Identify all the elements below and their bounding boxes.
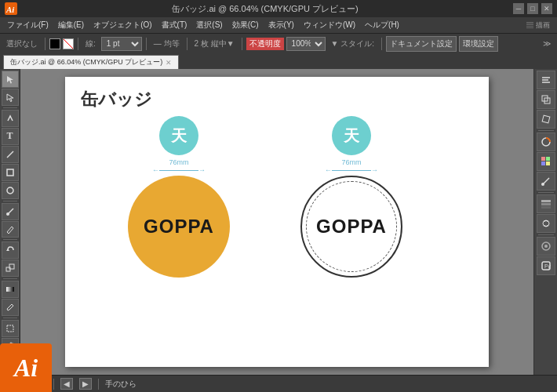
pathfinder-btn[interactable]	[537, 90, 555, 109]
menu-file[interactable]: ファイル(F)	[3, 18, 53, 32]
menu-select[interactable]: 選択(S)	[192, 18, 226, 32]
line-tool[interactable]	[2, 146, 19, 163]
graphic-styles-btn[interactable]: Fy	[537, 256, 555, 275]
app-logo: Ai	[5, 2, 17, 15]
pencil-tool[interactable]	[2, 221, 19, 238]
main-layout: T	[0, 69, 557, 375]
dash-style[interactable]: — 均等	[151, 37, 183, 51]
right-panel: Fy	[533, 69, 557, 375]
tab-main[interactable]: 缶バッジ.ai @ 66.04% (CMYK/GPU プレビュー) ✕	[3, 55, 179, 69]
tool-sep-2	[3, 201, 17, 201]
ai-splash-logo: Ai	[0, 343, 52, 392]
transparency-warning: 不透明度	[246, 38, 284, 50]
canvas: 缶バッジ 天 76mm ← → GOPPA	[65, 77, 489, 367]
title-bar: Ai 缶バッジ.ai @ 66.04% (CMYK/GPU プレビュー) ─ □…	[0, 0, 557, 17]
status-zoom: ◀ ▶	[60, 378, 92, 390]
left-toolbar: T	[0, 69, 20, 375]
svg-point-28	[543, 220, 549, 227]
badge2-measure: 76mm ← →	[325, 158, 378, 174]
zoom-nav-btn[interactable]: ◀	[60, 378, 73, 390]
selection-none-label: 選択なし	[3, 37, 41, 51]
paintbrush-tool[interactable]	[2, 203, 19, 220]
menu-effect[interactable]: 効果(C)	[228, 18, 263, 32]
gradient-tool[interactable]	[2, 281, 19, 298]
stroke-weight-select[interactable]: 1 pt 0.5 pt 2 pt	[101, 37, 142, 51]
scale-tool[interactable]	[2, 260, 19, 277]
status-sep-2	[98, 379, 99, 390]
window-controls: ─ □ ✕	[513, 3, 552, 14]
workspace-switcher[interactable]: ▤ 描画	[522, 19, 554, 32]
svg-point-5	[6, 212, 9, 216]
badge1-measure: 76mm ← →	[152, 158, 206, 174]
type-tool[interactable]: T	[2, 128, 19, 145]
badge1-top-circle: 天	[159, 116, 198, 155]
align-panel-btn[interactable]	[537, 71, 555, 89]
pen-tool[interactable]	[2, 110, 19, 127]
svg-marker-6	[6, 249, 9, 251]
stroke-swatch[interactable]	[63, 38, 74, 49]
menu-help[interactable]: ヘルプ(H)	[361, 18, 403, 32]
status-bar: Ai ◀ ▶ 手のひら	[0, 375, 557, 392]
badge2-main-circle: GOPPA	[300, 176, 402, 278]
badge2-measure-value: 76mm	[341, 158, 361, 166]
right-sep-1	[538, 130, 554, 131]
tab-bar: 缶バッジ.ai @ 66.04% (CMYK/GPU プレビュー) ✕	[0, 53, 557, 69]
badge1-main-circle: GOPPA	[128, 176, 230, 278]
svg-text:Fy: Fy	[544, 263, 551, 270]
brushes-btn[interactable]	[537, 172, 555, 191]
style-label: ▼ スタイル:	[328, 37, 377, 51]
toolbar-sep-1	[45, 38, 46, 50]
toolbar-sep-5	[242, 38, 242, 50]
select-tool[interactable]	[2, 71, 19, 88]
stroke-label: 線:	[82, 37, 99, 51]
title-bar-text: 缶バッジ.ai @ 66.04% (CMYK/GPU プレビュー)	[22, 3, 508, 15]
badge1-text: GOPPA	[144, 216, 214, 238]
env-setup-button[interactable]: 環境設定	[459, 36, 498, 52]
toolbar-sep-2	[78, 38, 78, 50]
menu-bar: ファイル(F) 編集(E) オブジェクト(O) 書式(T) 選択(S) 効果(C…	[0, 17, 557, 33]
badge1-top-char: 天	[171, 125, 187, 147]
doc-setup-button[interactable]: ドキュメント設定	[386, 36, 457, 52]
toolbar-sep-4	[187, 38, 187, 50]
rotate-tool[interactable]	[2, 241, 19, 259]
rect-tool[interactable]	[2, 164, 19, 181]
zoom-nav-btn2[interactable]: ▶	[79, 378, 92, 390]
direct-select-tool[interactable]	[2, 89, 19, 106]
badge-container-filled: 天 76mm ← → GOPPA	[128, 116, 230, 278]
right-sep-2	[538, 192, 554, 193]
transform-btn[interactable]	[537, 110, 555, 129]
menu-window[interactable]: ウィンドウ(W)	[300, 18, 359, 32]
svg-rect-20	[541, 157, 545, 161]
symbols-btn[interactable]	[537, 214, 555, 233]
color-btn[interactable]	[537, 132, 555, 151]
swatches-btn[interactable]	[537, 152, 555, 171]
appearance-btn[interactable]	[537, 237, 555, 256]
extra-menu[interactable]: ≫	[540, 38, 554, 49]
badge2-top-char: 天	[344, 125, 359, 147]
svg-text:Ai: Ai	[5, 5, 15, 14]
tool-sep-5	[3, 318, 17, 318]
menu-view[interactable]: 表示(Y)	[264, 18, 298, 32]
fill-swatch[interactable]	[49, 38, 60, 49]
ai-splash-text: Ai	[14, 354, 38, 383]
tab-close-icon[interactable]: ✕	[166, 59, 172, 67]
menu-type[interactable]: 書式(T)	[158, 18, 191, 32]
svg-rect-18	[542, 115, 550, 123]
artboard-tool[interactable]	[2, 320, 19, 337]
minimize-button[interactable]: ─	[513, 3, 524, 14]
canvas-area[interactable]: 缶バッジ 天 76mm ← → GOPPA	[20, 69, 533, 375]
zoom-select[interactable]: 100% 66% 50%	[286, 37, 326, 51]
menu-edit[interactable]: 編集(E)	[54, 18, 88, 32]
svg-point-30	[544, 245, 548, 248]
current-tool-label: 手のひら	[105, 379, 137, 390]
eyedropper-tool[interactable]	[2, 299, 19, 316]
svg-rect-25	[541, 200, 551, 202]
close-button[interactable]: ✕	[541, 3, 552, 14]
layers-btn[interactable]	[537, 194, 555, 213]
maximize-button[interactable]: □	[527, 3, 538, 14]
badge2-top-circle: 天	[332, 116, 371, 155]
ellipse-tool[interactable]	[2, 182, 19, 199]
badge2-text: GOPPA	[316, 216, 387, 238]
menu-object[interactable]: オブジェクト(O)	[89, 18, 155, 32]
toolbar: 選択なし 線: 1 pt 0.5 pt 2 pt — 均等 2 枚 縦中▼ 不透…	[0, 33, 557, 53]
